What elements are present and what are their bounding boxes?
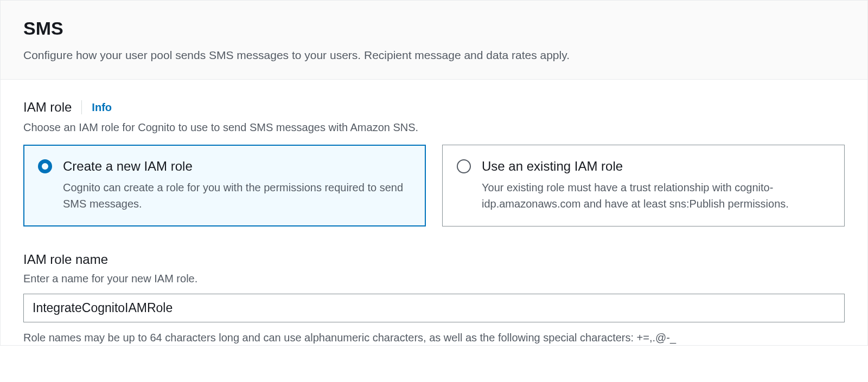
option-create-new-iam-role[interactable]: Create a new IAM role Cognito can create…: [23, 145, 426, 227]
iam-role-heading-row: IAM role Info: [23, 98, 845, 116]
radio-icon: [457, 159, 471, 173]
sms-panel: SMS Configure how your user pool sends S…: [0, 0, 868, 346]
info-link[interactable]: Info: [92, 100, 112, 115]
panel-subtitle: Configure how your user pool sends SMS m…: [23, 47, 845, 63]
option-description: Your existing role must have a trust rel…: [482, 179, 830, 212]
iam-role-name-section: IAM role name Enter a name for your new …: [23, 250, 845, 345]
panel-title: SMS: [23, 16, 845, 42]
iam-role-heading: IAM role: [23, 98, 72, 116]
iam-role-name-input[interactable]: [23, 294, 845, 322]
iam-role-name-heading: IAM role name: [23, 250, 845, 269]
option-title: Create a new IAM role: [63, 157, 411, 176]
option-use-existing-iam-role[interactable]: Use an existing IAM role Your existing r…: [442, 145, 845, 227]
iam-role-name-hint: Role names may be up to 64 characters lo…: [23, 330, 845, 345]
panel-header: SMS Configure how your user pool sends S…: [1, 1, 867, 80]
option-description: Cognito can create a role for you with t…: [63, 179, 411, 212]
option-title: Use an existing IAM role: [482, 157, 830, 176]
radio-icon: [38, 159, 52, 173]
iam-role-options: Create a new IAM role Cognito can create…: [23, 145, 845, 227]
heading-divider: [81, 100, 82, 114]
panel-body: IAM role Info Choose an IAM role for Cog…: [1, 80, 867, 345]
iam-role-help: Choose an IAM role for Cognito to use to…: [23, 120, 845, 135]
iam-role-name-help: Enter a name for your new IAM role.: [23, 271, 845, 286]
